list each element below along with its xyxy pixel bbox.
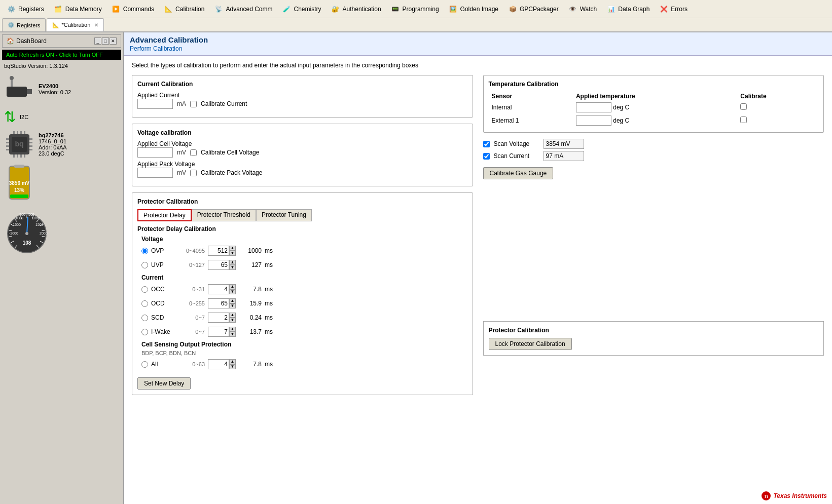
internal-temp-input[interactable] [576,102,611,112]
all-decrement[interactable]: ▼ [229,364,236,369]
scan-current-value[interactable] [544,151,584,161]
applied-current-input[interactable] [137,99,173,109]
uvp-increment[interactable]: ▲ [229,260,236,265]
toolbar-item-data-memory[interactable]: 🗂️ Data Memory [49,2,106,17]
all-radio[interactable] [141,361,148,368]
ocd-row: OCD 0~255 ▲ ▼ [141,297,467,309]
gauge-item: -2000 2000 -1500 1500 -1000 1000 -500 50… [4,208,119,254]
all-row: All 0~63 ▲ ▼ [141,358,467,370]
toolbar-item-watch[interactable]: 👁️ Watch [564,2,601,17]
occ-value-input[interactable] [208,284,229,294]
lock-protector-button[interactable]: Lock Protector Calibration [489,338,572,350]
iwake-radio[interactable] [141,329,148,335]
iwake-value-input[interactable] [208,327,229,337]
protector-cal-title: Protector Calibration [137,198,467,205]
ovp-decrement[interactable]: ▼ [229,251,236,256]
external1-temp-input[interactable] [576,115,611,126]
internal-temp-row: Internal deg C [489,101,819,114]
toolbar-item-golden-image[interactable]: 🖼️ Golden Image [444,2,502,17]
set-new-delay-button[interactable]: Set New Delay [137,377,191,390]
all-unit: ms [265,361,273,368]
dashboard-minimize[interactable]: _ [94,37,101,45]
applied-cell-unit: mV [177,149,186,156]
all-value-input[interactable] [208,359,229,369]
protector-delay-content: Protector Delay Calibration Voltage OVP … [137,225,467,390]
internal-calibrate-checkbox[interactable] [740,103,747,110]
iwake-decrement[interactable]: ▼ [229,332,236,337]
scan-current-label: Scan Current [494,152,539,160]
gauge-icon: -2000 2000 -1500 1500 -1000 1000 -500 50… [4,208,50,254]
scd-increment[interactable]: ▲ [229,313,236,318]
tab-registers[interactable]: ⚙️ Registers [2,18,46,31]
protector-tab-delay[interactable]: Protector Delay [137,209,192,221]
i2c-item: ⇅ I2C [4,108,119,125]
scan-voltage-checkbox[interactable] [483,141,490,147]
battery-icon: 3856 mV 13% [4,164,34,204]
auto-refresh-toggle[interactable]: Auto Refresh is ON - Click to Turn OFF [2,50,121,60]
ocd-value-input[interactable] [208,298,229,308]
ovp-value-input[interactable] [208,246,229,256]
ocd-radio[interactable] [141,300,148,307]
scd-radio[interactable] [141,315,148,321]
scd-decrement[interactable]: ▼ [229,318,236,323]
temp-sensor-header: Sensor [489,92,573,101]
tab-calibration[interactable]: 📐 *Calibration ✕ [47,18,104,31]
occ-increment[interactable]: ▲ [229,284,236,289]
advanced-comm-icon: 📡 [213,4,224,14]
toolbar-item-advanced-comm[interactable]: 📡 Advanced Comm [209,2,276,17]
toolbar-item-calibration[interactable]: 📐 Calibration [159,2,208,17]
golden-image-icon: 🖼️ [448,4,458,14]
calibrate-gas-gauge-button[interactable]: Calibrate Gas Gauge [483,167,554,179]
iwake-increment[interactable]: ▲ [229,327,236,332]
occ-label: OCC [151,286,179,293]
content-scroll[interactable]: Advanced Calibration Perform Calibration… [124,32,832,504]
scan-voltage-value[interactable] [544,139,584,149]
occ-decrement[interactable]: ▼ [229,289,236,294]
scan-current-checkbox[interactable] [483,153,490,160]
toolbar-item-programming[interactable]: 📟 Programming [386,2,443,17]
iwake-unit: ms [265,328,273,335]
dashboard-tab[interactable]: 🏠 DashBoard _ □ ✕ [2,34,121,48]
temp-calibrate-header: Calibrate [737,92,818,101]
ovp-radio[interactable] [141,248,148,254]
tab-close-calibration[interactable]: ✕ [94,22,98,28]
ocd-increment[interactable]: ▲ [229,298,236,303]
content-description: Select the types of calibration to perfo… [132,62,824,69]
toolbar-item-authentication[interactable]: 🔐 Authentication [327,2,385,17]
scd-value-input[interactable] [208,313,229,323]
toolbar-item-errors[interactable]: ❌ Errors [655,2,692,17]
ocd-decrement[interactable]: ▼ [229,303,236,308]
temp-cal-title: Temperature Calibration [489,81,819,88]
occ-radio[interactable] [141,286,148,293]
toolbar-item-commands[interactable]: ▶️ Commands [107,2,158,17]
current-subsection-title: Current [141,274,467,281]
toolbar-item-data-graph[interactable]: 📊 Data Graph [602,2,654,17]
external1-calibrate-checkbox[interactable] [740,117,747,123]
applied-pack-input[interactable] [137,168,173,178]
all-increment[interactable]: ▲ [229,359,236,364]
calibrate-cell-checkbox[interactable] [190,149,197,156]
toolbar-item-gpc-packager[interactable]: 📦 GPCPackager [503,2,563,17]
protector-tab-threshold[interactable]: Protector Threshold [192,209,256,221]
toolbar-item-chemistry[interactable]: 🧪 Chemistry [278,2,325,17]
calibrate-current-checkbox[interactable] [190,101,197,107]
applied-cell-row: mV Calibrate Cell Voltage [137,147,467,158]
watch-icon: 👁️ [568,4,578,14]
occ-calc: 7.8 [239,286,262,293]
dashboard-maximize[interactable]: □ [102,37,109,45]
uvp-decrement[interactable]: ▼ [229,265,236,270]
occ-spinner: ▲ ▼ [208,284,236,294]
voltage-calibration-section: Voltage calibration Applied Cell Voltage… [132,124,473,186]
toolbar-item-registers[interactable]: ⚙️ Registers [2,2,48,17]
protector-tab-tuning[interactable]: Protector Tuning [256,209,312,221]
svg-text:-1000: -1000 [14,216,23,220]
svg-text:2000: 2000 [40,231,48,235]
uvp-radio[interactable] [141,262,148,268]
applied-pack-row: mV Calibrate Pack Voltage [137,168,467,178]
ovp-increment[interactable]: ▲ [229,246,236,251]
commands-icon: ▶️ [111,4,121,14]
uvp-value-input[interactable] [208,260,229,270]
dashboard-close[interactable]: ✕ [110,37,117,45]
calibrate-pack-checkbox[interactable] [190,170,197,176]
applied-cell-input[interactable] [137,147,173,158]
